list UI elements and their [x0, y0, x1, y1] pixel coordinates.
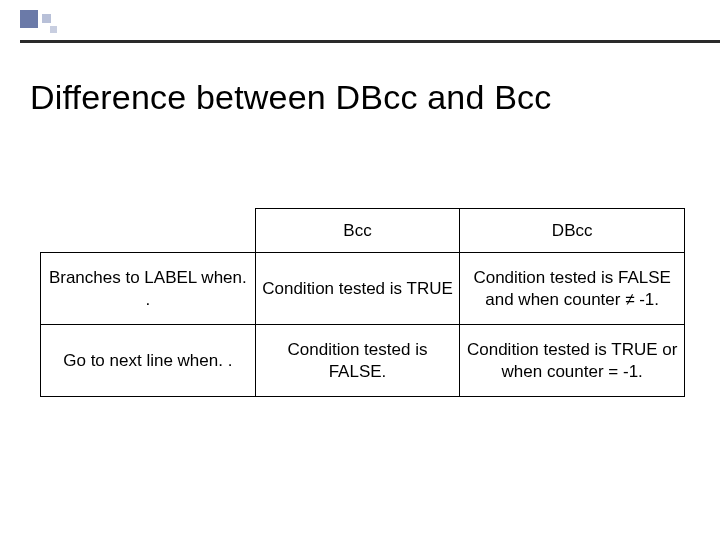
- table-row: Go to next line when. . Condition tested…: [41, 325, 685, 397]
- table-row: Branches to LABEL when. . Condition test…: [41, 253, 685, 325]
- deco-square-small-1: [42, 14, 51, 23]
- table-header-row: Bcc DBcc: [41, 209, 685, 253]
- deco-square-large: [20, 10, 38, 28]
- slide-title: Difference between DBcc and Bcc: [30, 78, 552, 117]
- deco-square-small-2: [50, 26, 57, 33]
- cell-nextline-dbcc: Condition tested is TRUE or when counter…: [460, 325, 685, 397]
- column-header-bcc: Bcc: [255, 209, 460, 253]
- table-corner-empty: [41, 209, 256, 253]
- slide-decoration: [20, 10, 90, 46]
- comparison-table: Bcc DBcc Branches to LABEL when. . Condi…: [40, 208, 685, 397]
- cell-branches-bcc: Condition tested is TRUE: [255, 253, 460, 325]
- row-label-branches: Branches to LABEL when. .: [41, 253, 256, 325]
- deco-underline: [20, 40, 720, 43]
- column-header-dbcc: DBcc: [460, 209, 685, 253]
- row-label-nextline: Go to next line when. .: [41, 325, 256, 397]
- cell-branches-dbcc: Condition tested is FALSE and when count…: [460, 253, 685, 325]
- cell-nextline-bcc: Condition tested is FALSE.: [255, 325, 460, 397]
